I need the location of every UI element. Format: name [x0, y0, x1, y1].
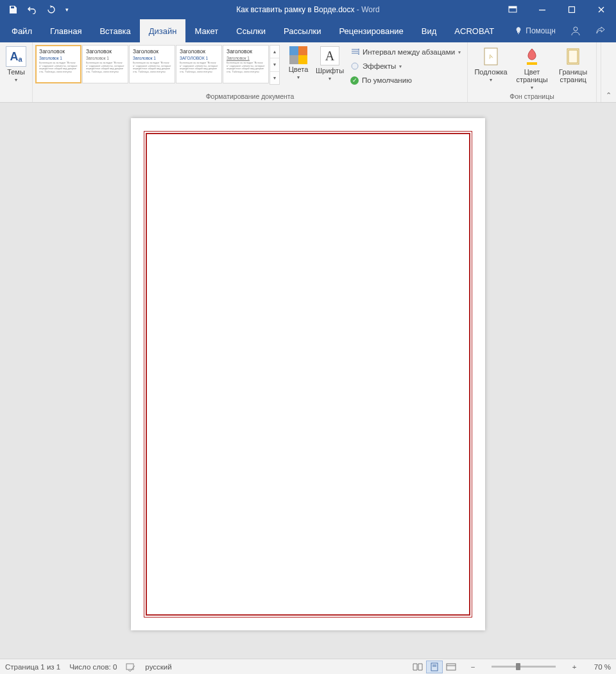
style-set-item[interactable]: Заголовок Заголовок 1 Коллекция на вклад…: [129, 45, 175, 83]
themes-button[interactable]: Aa Темы ▾: [3, 44, 30, 83]
minimize-button[interactable]: [527, 0, 557, 19]
gallery-scroll-up[interactable]: ▴: [270, 46, 279, 58]
status-bar: Страница 1 из 1 Число слов: 0 русский − …: [0, 659, 616, 674]
print-layout-icon: [430, 662, 439, 671]
gallery-expand[interactable]: ▾: [270, 72, 279, 84]
view-buttons: [409, 661, 459, 673]
page-borders-label: Границы страниц: [559, 68, 587, 83]
chevron-down-icon: ▾: [329, 76, 331, 82]
tab-view[interactable]: Вид: [413, 19, 446, 42]
tab-file[interactable]: Файл: [3, 19, 41, 42]
chevron-down-icon: ▾: [531, 85, 533, 91]
page[interactable]: [131, 118, 485, 630]
title-bar: ▾ Как вставить рамку в Ворде.docx - Word: [0, 0, 616, 19]
status-language[interactable]: русский: [145, 663, 171, 671]
paragraph-spacing-icon: [350, 48, 359, 56]
close-icon: [597, 6, 605, 13]
status-proofing[interactable]: [126, 662, 136, 671]
ribbon-display-options[interactable]: [498, 0, 527, 19]
zoom-out-button[interactable]: −: [468, 663, 477, 671]
style-set-item[interactable]: Заголовок Заголовок 1 Коллекция на вклад…: [35, 45, 81, 83]
tab-review[interactable]: Рецензирование: [330, 19, 412, 42]
tab-references[interactable]: Ссылки: [227, 19, 275, 42]
web-layout-icon: [446, 663, 456, 671]
qat-customize[interactable]: ▾: [62, 1, 72, 18]
save-button[interactable]: [4, 1, 22, 18]
gallery-scroll-down[interactable]: ▾: [270, 58, 279, 71]
ribbon-display-icon: [508, 6, 517, 13]
save-icon: [8, 5, 17, 14]
document-area[interactable]: [0, 103, 616, 659]
svg-rect-3: [569, 7, 575, 13]
window-controls: [498, 0, 616, 19]
undo-button[interactable]: [23, 1, 41, 18]
watermark-button[interactable]: A Подложка ▾: [470, 44, 511, 83]
collapse-ribbon-button[interactable]: ⌃: [601, 42, 616, 102]
fonts-label: Шрифты: [316, 67, 344, 74]
gallery-scroll: ▴ ▾ ▾: [270, 45, 280, 85]
set-default-button[interactable]: ✓ По умолчанию: [350, 74, 461, 87]
chevron-down-icon: ▾: [15, 77, 17, 83]
group-page-background: A Подложка ▾ Цвет страницы ▾ Границы стр…: [468, 42, 597, 102]
fonts-button[interactable]: A Шрифты ▾: [313, 44, 346, 82]
web-layout-button[interactable]: [443, 661, 459, 673]
style-set-item[interactable]: Заголовок Заголовок 1 Коллекция на вклад…: [82, 45, 128, 83]
read-mode-button[interactable]: [409, 661, 426, 673]
share-icon: [594, 25, 606, 37]
effects-button[interactable]: Эффекты▾: [350, 60, 461, 73]
style-set-gallery[interactable]: Заголовок Заголовок 1 Коллекция на вклад…: [35, 44, 280, 85]
page-border-frame: [144, 131, 472, 618]
redo-button[interactable]: [42, 1, 60, 18]
title-app: Word: [361, 5, 379, 14]
tab-home[interactable]: Главная: [41, 19, 90, 42]
proofing-icon: [126, 662, 136, 671]
zoom-slider[interactable]: [492, 666, 556, 668]
chevron-down-icon: ▾: [297, 74, 300, 80]
tab-acrobat[interactable]: ACROBAT: [445, 19, 503, 42]
group-themes: Aa Темы ▾ .: [0, 42, 33, 102]
close-button[interactable]: [586, 0, 616, 19]
page-borders-button[interactable]: Границы страниц: [552, 44, 594, 83]
formatting-options: Интервал между абзацами▾ Эффекты▾ ✓ По у…: [346, 44, 465, 87]
share-button[interactable]: [589, 25, 611, 37]
colors-icon: [289, 46, 307, 64]
group-label-pagebg: Фон страницы: [509, 91, 554, 102]
svg-rect-1: [509, 6, 517, 8]
chevron-up-icon: ⌃: [606, 91, 612, 99]
themes-icon: Aa: [6, 46, 26, 67]
sign-in-button[interactable]: [565, 25, 586, 37]
group-document-formatting: Заголовок Заголовок 1 Коллекция на вклад…: [33, 42, 468, 102]
tell-me-search[interactable]: Помощн: [508, 26, 562, 35]
tab-mailings[interactable]: Рассылки: [275, 19, 330, 42]
svg-rect-8: [527, 62, 537, 65]
style-set-item[interactable]: Заголовок Заголовок 1 Коллекция на вклад…: [223, 45, 269, 83]
group-label-formatting: Форматирование документа: [206, 91, 295, 102]
status-page[interactable]: Страница 1 из 1: [5, 663, 60, 671]
check-icon: ✓: [350, 76, 359, 85]
zoom-slider-thumb[interactable]: [516, 663, 520, 670]
status-word-count[interactable]: Число слов: 0: [69, 663, 117, 671]
svg-rect-12: [431, 663, 438, 671]
page-color-label: Цвет страницы: [516, 68, 547, 83]
tab-layout[interactable]: Макет: [185, 19, 227, 42]
page-color-button[interactable]: Цвет страницы ▾: [511, 44, 552, 91]
colors-button[interactable]: Цвета ▾: [284, 44, 313, 80]
style-set-item[interactable]: Заголовок ЗАГОЛОВОК 1 Коллекция на вклад…: [176, 45, 222, 83]
svg-rect-9: [567, 49, 579, 64]
zoom-in-button[interactable]: +: [570, 663, 579, 671]
tab-insert[interactable]: Вставка: [90, 19, 139, 42]
print-layout-button[interactable]: [426, 661, 443, 673]
lightbulb-icon: [514, 26, 523, 35]
svg-point-5: [352, 63, 358, 69]
watermark-label: Подложка: [474, 68, 507, 76]
themes-label: Темы: [7, 68, 25, 76]
tab-design[interactable]: Дизайн: [140, 19, 186, 42]
quick-access-toolbar: ▾: [0, 1, 72, 18]
zoom-level[interactable]: 70 %: [588, 663, 611, 671]
ribbon: Aa Темы ▾ . Заголовок Заголовок 1 Коллек…: [0, 42, 616, 103]
watermark-icon: A: [481, 46, 501, 67]
tell-me-label: Помощн: [526, 26, 556, 35]
paragraph-spacing-button[interactable]: Интервал между абзацами▾: [350, 46, 461, 58]
svg-point-4: [574, 27, 578, 31]
maximize-button[interactable]: [557, 0, 586, 19]
